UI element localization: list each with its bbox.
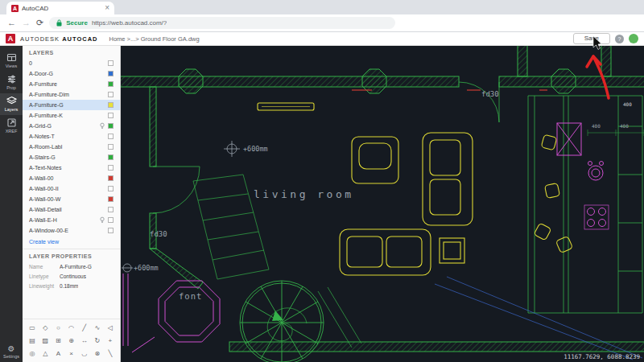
property-value[interactable]: Continuous bbox=[60, 274, 86, 279]
layer-row-A-Window-00-E[interactable]: A-Window-00-E bbox=[23, 225, 120, 236]
sidebar-item-properties[interactable]: Prop bbox=[0, 72, 23, 93]
help-icon[interactable]: ? bbox=[615, 35, 624, 43]
sidebar-item-xref[interactable]: XREF bbox=[0, 115, 23, 137]
sidebar-item-settings[interactable]: ⚙ Settings bbox=[0, 343, 23, 362]
xref-icon bbox=[6, 117, 17, 128]
layer-color-swatch[interactable] bbox=[108, 134, 114, 139]
refresh-icon[interactable]: ⟳ bbox=[36, 19, 43, 27]
font-octagon[interactable] bbox=[159, 281, 220, 342]
layer-row-A-Furniture-Dim[interactable]: A-Furniture-Dim bbox=[23, 89, 120, 100]
trim-tool[interactable]: ⊗ bbox=[91, 348, 104, 359]
hatch-tool[interactable]: ▤ bbox=[26, 335, 39, 346]
layer-row-A-Wall-00-II[interactable]: A-Wall-00-II bbox=[23, 183, 120, 194]
arc-flip-tool[interactable]: ◡ bbox=[78, 348, 91, 359]
save-button[interactable]: Save bbox=[573, 33, 610, 44]
cad-canvas[interactable]: +600mm +600mm living room font fd30 fd30… bbox=[121, 46, 644, 362]
layer-row-A-Furniture[interactable]: A-Furniture bbox=[23, 79, 120, 89]
layer-color-swatch[interactable] bbox=[108, 123, 114, 129]
level-markers[interactable] bbox=[122, 141, 240, 272]
layer-row-0[interactable]: 0 bbox=[23, 58, 120, 68]
layer-row-A-Wall-00[interactable]: A-Wall-00 bbox=[23, 173, 120, 183]
donut-tool[interactable]: ◎ bbox=[26, 348, 39, 359]
layer-color-swatch[interactable] bbox=[108, 207, 114, 212]
layer-color-swatch[interactable] bbox=[108, 92, 114, 97]
layer-color-swatch[interactable] bbox=[108, 154, 114, 160]
erase-tool[interactable]: × bbox=[64, 348, 77, 359]
arc-tool[interactable]: ◠ bbox=[64, 322, 77, 333]
forward-icon[interactable]: → bbox=[22, 19, 31, 27]
url-field[interactable]: Secure https://web.autocad.com/? bbox=[49, 17, 395, 29]
spline-tool[interactable]: ∿ bbox=[91, 322, 104, 333]
array-tool[interactable]: ⊞ bbox=[52, 335, 64, 346]
sidebar-item-views[interactable]: Views bbox=[0, 50, 23, 72]
pattern-tool[interactable]: ▨ bbox=[39, 335, 52, 346]
rectangle-tool[interactable]: ▭ bbox=[26, 322, 39, 333]
create-view-link[interactable]: Create view bbox=[23, 236, 120, 249]
layer-row-A-Wall-Detail[interactable]: A-Wall-Detail bbox=[23, 204, 120, 215]
close-tab-icon[interactable]: × bbox=[105, 4, 109, 12]
dim-label[interactable]: 400 bbox=[592, 123, 601, 129]
dim-label[interactable]: 400 bbox=[620, 123, 629, 129]
sink[interactable] bbox=[588, 166, 603, 180]
layer-row-A-Furniture-K[interactable]: A-Furniture-K bbox=[23, 110, 120, 121]
add-tool[interactable]: + bbox=[104, 335, 117, 346]
layer-row-A-Room-Labl[interactable]: A-Room-Labl bbox=[23, 142, 120, 152]
layer-color-swatch[interactable] bbox=[108, 165, 114, 171]
hob[interactable] bbox=[588, 208, 595, 216]
dim-label[interactable]: 400 bbox=[623, 101, 632, 107]
circle-tool[interactable]: ○ bbox=[52, 322, 64, 333]
font-label[interactable]: font bbox=[179, 291, 202, 301]
layer-color-swatch[interactable] bbox=[108, 81, 114, 87]
layer-color-swatch[interactable] bbox=[108, 228, 114, 233]
layer-properties-fields: NameA-Furniture-GLinetypeContinuousLinew… bbox=[23, 261, 120, 290]
layer-property-lineweight: Lineweight0.18mm bbox=[23, 281, 120, 290]
sidebar-item-layers[interactable]: Layers bbox=[0, 93, 23, 115]
layer-visibility-bulb-icon[interactable] bbox=[99, 122, 105, 130]
polygon-tool[interactable]: ◇ bbox=[39, 322, 52, 333]
level-label-bottom[interactable]: +600mm bbox=[134, 264, 159, 272]
rail-item-label: Prop bbox=[6, 85, 16, 90]
layer-row-A-Notes-T[interactable]: A-Notes-T bbox=[23, 131, 120, 142]
layer-row-A-Door-G[interactable]: A-Door-G bbox=[23, 68, 120, 79]
layer-color-swatch[interactable] bbox=[108, 71, 114, 76]
living-room-label[interactable]: living room bbox=[254, 188, 354, 200]
layer-row-A-Wall-00-W[interactable]: A-Wall-00-W bbox=[23, 194, 120, 204]
mirror-tool[interactable]: ╲ bbox=[104, 348, 117, 359]
dimension-tool[interactable]: ↔ bbox=[78, 335, 91, 346]
layer-row-A-Text-Notes[interactable]: A-Text-Notes bbox=[23, 162, 120, 173]
layer-row-A-Furniture-G[interactable]: A-Furniture-G bbox=[23, 100, 120, 110]
property-value[interactable]: A-Furniture-G bbox=[60, 264, 92, 269]
layer-row-A-Grid-G[interactable]: A-Grid-G bbox=[23, 121, 120, 131]
level-label-top[interactable]: +600mm bbox=[243, 145, 268, 153]
point-tool[interactable]: ◁ bbox=[104, 322, 117, 333]
door-label-right[interactable]: fd30 bbox=[481, 90, 499, 98]
layer-name: A-Door-G bbox=[29, 71, 105, 76]
layer-color-swatch[interactable] bbox=[108, 144, 114, 150]
layer-row-A-Wall-E-H[interactable]: A-Wall-E-H bbox=[23, 215, 120, 225]
cad-drawing[interactable]: +600mm +600mm living room font fd30 fd30… bbox=[121, 46, 644, 362]
line-tool[interactable]: ╱ bbox=[78, 322, 91, 333]
layer-color-swatch[interactable] bbox=[108, 196, 114, 202]
layer-color-swatch[interactable] bbox=[108, 60, 114, 66]
layer-color-swatch[interactable] bbox=[108, 175, 114, 181]
layer-visibility-bulb-icon[interactable] bbox=[99, 216, 105, 224]
dimension-lines[interactable] bbox=[588, 130, 644, 136]
browser-tab-autocad[interactable]: A AutoCAD × bbox=[6, 2, 114, 14]
door-label-left[interactable]: fd30 bbox=[150, 230, 167, 238]
text-tool[interactable]: A bbox=[52, 348, 64, 359]
user-avatar[interactable] bbox=[629, 34, 638, 43]
layer-color-swatch[interactable] bbox=[108, 102, 114, 108]
offset-tool[interactable]: ⊕ bbox=[64, 335, 77, 346]
rotate-tool[interactable]: ↻ bbox=[91, 335, 104, 346]
property-value[interactable]: 0.18mm bbox=[60, 283, 78, 289]
back-icon[interactable]: ← bbox=[7, 19, 16, 27]
layer-name: A-Furniture bbox=[29, 81, 105, 87]
fixtures[interactable] bbox=[123, 123, 609, 352]
triangle-tool[interactable]: △ bbox=[39, 348, 52, 359]
layer-color-swatch[interactable] bbox=[108, 113, 114, 118]
layer-color-swatch[interactable] bbox=[108, 217, 114, 223]
layer-row-A-Stairs-G[interactable]: A-Stairs-G bbox=[23, 152, 120, 162]
breadcrumb[interactable]: Home >...> Ground Floor GA.dwg bbox=[109, 35, 200, 43]
layer-color-swatch[interactable] bbox=[108, 186, 114, 191]
stair-flight[interactable] bbox=[193, 175, 361, 348]
